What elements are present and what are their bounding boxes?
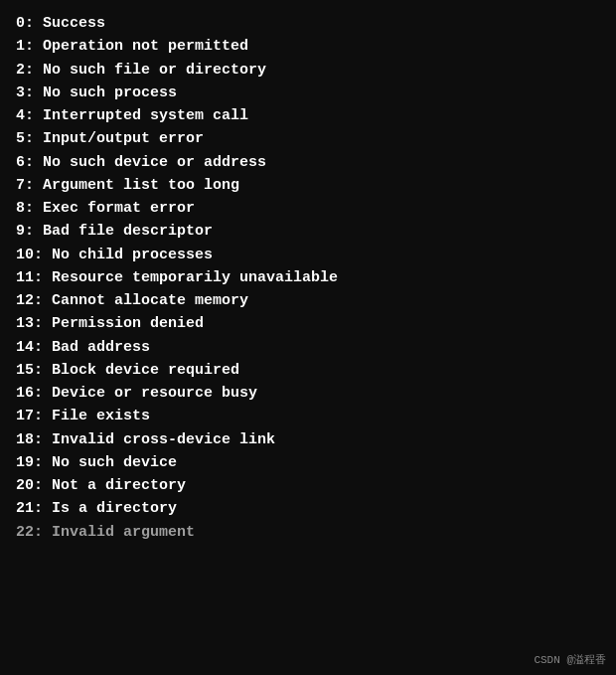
error-line-11: 11: Resource temporarily unavailable	[16, 266, 600, 289]
error-line-1: 1: Operation not permitted	[16, 35, 600, 58]
error-line-0: 0: Success	[16, 12, 600, 35]
error-line-19: 19: No such device	[16, 451, 600, 474]
error-line-4: 4: Interrupted system call	[16, 104, 600, 127]
error-line-15: 15: Block device required	[16, 359, 600, 382]
error-line-16: 16: Device or resource busy	[16, 382, 600, 405]
error-line-22: 22: Invalid argument	[16, 521, 600, 543]
error-line-9: 9: Bad file descriptor	[16, 220, 600, 243]
error-line-18: 18: Invalid cross-device link	[16, 428, 600, 451]
error-line-2: 2: No such file or directory	[16, 59, 600, 82]
error-line-12: 12: Cannot allocate memory	[16, 289, 600, 312]
error-line-17: 17: File exists	[16, 405, 600, 427]
error-line-14: 14: Bad address	[16, 336, 600, 359]
error-line-8: 8: Exec format error	[16, 197, 600, 220]
error-line-3: 3: No such process	[16, 82, 600, 104]
watermark: CSDN @溢程香	[534, 652, 606, 667]
error-line-5: 5: Input/output error	[16, 127, 600, 150]
error-line-20: 20: Not a directory	[16, 474, 600, 497]
error-line-10: 10: No child processes	[16, 244, 600, 266]
error-line-21: 21: Is a directory	[16, 497, 600, 520]
error-line-7: 7: Argument list too long	[16, 174, 600, 197]
error-line-6: 6: No such device or address	[16, 151, 600, 174]
error-line-13: 13: Permission denied	[16, 312, 600, 335]
terminal-window: 0: Success1: Operation not permitted2: N…	[0, 0, 616, 675]
